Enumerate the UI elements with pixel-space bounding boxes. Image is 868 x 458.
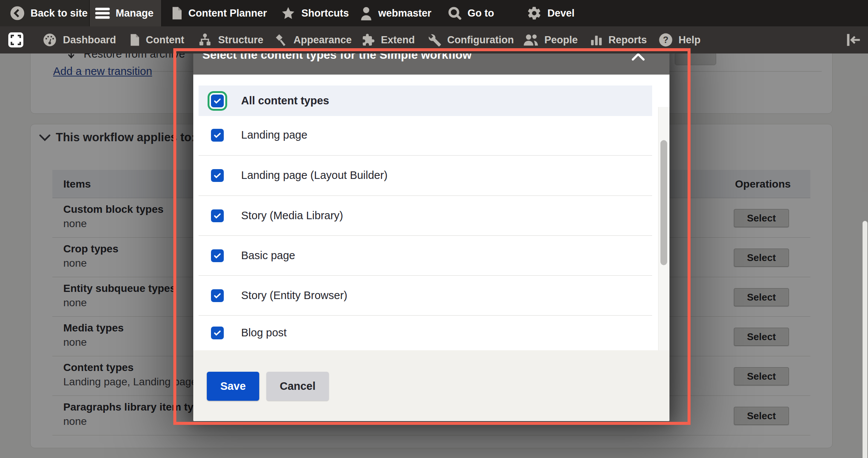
- toolbar-user-webmaster[interactable]: webmaster: [360, 0, 431, 26]
- chevron-up-icon[interactable]: [632, 53, 645, 61]
- menu-label: Extend: [381, 34, 415, 46]
- menu-reports[interactable]: Reports: [590, 26, 647, 53]
- menu-label: People: [544, 34, 578, 46]
- menu-help[interactable]: ? Help: [659, 26, 701, 53]
- option-story-entity-browser[interactable]: Story (Entity Browser): [199, 276, 652, 316]
- cancel-button[interactable]: Cancel: [266, 372, 329, 401]
- document-icon: [171, 6, 183, 20]
- option-basic-page[interactable]: Basic page: [199, 236, 652, 276]
- people-icon: [523, 33, 539, 47]
- menu-people[interactable]: People: [523, 26, 578, 53]
- toolbar-back-to-site[interactable]: Back to site: [10, 0, 88, 26]
- tree-icon: [197, 33, 212, 47]
- toolbar-devel[interactable]: Devel: [527, 0, 575, 26]
- checkbox-checked[interactable]: [211, 129, 224, 142]
- menu-structure[interactable]: Structure: [197, 26, 263, 53]
- toolbar-go-to[interactable]: Go to: [448, 0, 494, 26]
- checkbox-checked[interactable]: [211, 327, 224, 339]
- dialog-scrollbar-track[interactable]: [658, 107, 669, 350]
- puzzle-icon: [361, 33, 375, 47]
- option-story-media-library[interactable]: Story (Media Library): [199, 196, 652, 236]
- menu-dashboard[interactable]: Dashboard: [42, 26, 116, 53]
- document-icon: [130, 33, 140, 47]
- back-icon: [10, 6, 25, 21]
- option-label: Landing page (Layout Builder): [241, 169, 388, 182]
- menu-configuration[interactable]: Configuration: [427, 26, 514, 53]
- screen: Restore from archive Add a new transitio…: [0, 0, 868, 458]
- toolbar-label: Go to: [468, 8, 494, 19]
- admin-toolbar: Back to site Manage Content Planner Shor…: [0, 0, 868, 26]
- dialog-scrollbar-thumb[interactable]: [660, 140, 667, 265]
- checkbox-checked[interactable]: [211, 209, 224, 222]
- collapse-toolbar-button[interactable]: [846, 26, 860, 53]
- option-label: Blog post: [241, 327, 287, 339]
- menu-label: Help: [679, 34, 701, 46]
- option-all-content-types[interactable]: All content types: [199, 85, 652, 116]
- save-button[interactable]: Save: [207, 372, 259, 401]
- menu-label: Content: [146, 34, 184, 46]
- toolbar-manage[interactable]: Manage: [95, 0, 154, 26]
- toolbar-label: Devel: [547, 8, 575, 19]
- toolbar-label: Shortcuts: [301, 8, 349, 19]
- wrench-icon: [427, 33, 442, 47]
- dialog-footer: Save Cancel: [193, 350, 669, 421]
- paintbrush-icon: [274, 32, 288, 47]
- menu-label: Structure: [218, 34, 263, 46]
- option-label: Story (Media Library): [241, 209, 343, 221]
- page-scrollbar[interactable]: [862, 221, 868, 458]
- gear-icon: [527, 6, 542, 21]
- menu-label: Appearance: [293, 34, 352, 46]
- option-landing-page-layout-builder[interactable]: Landing page (Layout Builder): [199, 156, 652, 196]
- star-icon: [281, 6, 296, 20]
- user-icon: [360, 6, 373, 20]
- toolbar-shortcuts[interactable]: Shortcuts: [281, 0, 349, 26]
- option-blog-post[interactable]: Blog post: [199, 316, 652, 350]
- content-type-options-list: All content types Landing page Landing p…: [193, 75, 669, 350]
- search-icon: [448, 6, 462, 20]
- menu-label: Configuration: [447, 34, 514, 46]
- menu-extend[interactable]: Extend: [361, 26, 415, 53]
- toolbar-label: Content Planner: [188, 8, 267, 19]
- checkbox-checked[interactable]: [211, 289, 224, 302]
- toolbar-label: webmaster: [378, 8, 431, 19]
- collapse-left-icon: [846, 34, 860, 46]
- option-landing-page[interactable]: Landing page: [199, 115, 652, 156]
- menu-label: Dashboard: [63, 34, 116, 46]
- toolbar-content-planner[interactable]: Content Planner: [171, 0, 267, 26]
- checkbox-checked[interactable]: [211, 169, 224, 182]
- admin-menu-bar: Dashboard Content Structure Appearance E: [0, 26, 868, 53]
- question-icon: ?: [659, 33, 673, 47]
- escape-admin-button[interactable]: [8, 26, 23, 53]
- option-label: All content types: [241, 94, 329, 107]
- svg-text:?: ?: [663, 35, 669, 45]
- gauge-icon: [42, 32, 57, 47]
- option-label: Basic page: [241, 249, 295, 261]
- option-label: Story (Entity Browser): [241, 289, 347, 301]
- toolbar-label: Manage: [116, 8, 154, 19]
- toolbar-label: Back to site: [31, 8, 88, 19]
- corner-brackets-icon: [8, 32, 23, 47]
- menu-label: Reports: [608, 34, 647, 46]
- menu-content[interactable]: Content: [130, 26, 184, 53]
- bar-chart-icon: [590, 34, 603, 46]
- checkbox-checked[interactable]: [211, 95, 224, 107]
- menu-icon: [95, 7, 110, 19]
- content-types-dialog: Select the content types for the Simple …: [193, 42, 669, 421]
- option-label: Landing page: [241, 129, 307, 141]
- checkbox-checked[interactable]: [211, 249, 224, 262]
- menu-appearance[interactable]: Appearance: [274, 26, 352, 53]
